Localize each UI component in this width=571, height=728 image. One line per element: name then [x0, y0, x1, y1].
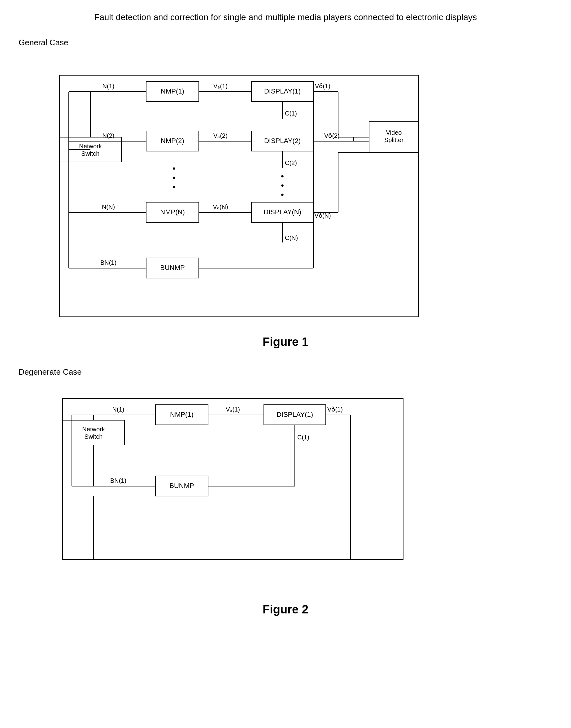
- page-title: Fault detection and correction for singl…: [19, 12, 552, 22]
- svg-text:Splitter: Splitter: [384, 137, 404, 143]
- svg-text:•: •: [173, 173, 176, 183]
- svg-text:N(1): N(1): [103, 83, 115, 90]
- svg-text:Vǒ(2): Vǒ(2): [324, 132, 340, 139]
- svg-text:DISPLAY(N): DISPLAY(N): [263, 208, 301, 216]
- svg-text:•: •: [281, 190, 284, 200]
- svg-text:Vₐ(N): Vₐ(N): [213, 204, 228, 210]
- svg-text:NMP(1): NMP(1): [170, 410, 194, 418]
- svg-text:Switch: Switch: [82, 150, 100, 157]
- svg-text:C(N): C(N): [285, 234, 298, 241]
- svg-text:BN(1): BN(1): [110, 477, 126, 484]
- svg-text:N(1): N(1): [112, 406, 124, 413]
- svg-text:Vₐ(2): Vₐ(2): [213, 132, 228, 139]
- svg-text:N(N): N(N): [102, 204, 115, 210]
- svg-text:C(2): C(2): [285, 159, 297, 166]
- figure2-label: Figure 2: [19, 603, 552, 616]
- svg-text:•: •: [281, 171, 284, 181]
- svg-text:BUNMP: BUNMP: [169, 482, 194, 490]
- svg-text:C(1): C(1): [285, 110, 297, 117]
- svg-text:•: •: [173, 163, 176, 173]
- svg-text:NMP(2): NMP(2): [161, 137, 184, 145]
- svg-text:N(2): N(2): [103, 132, 115, 139]
- figure1-diagram: Network Switch NMP(1) NMP(2) NMP(N) BUNM…: [53, 50, 518, 329]
- svg-text:•: •: [281, 180, 284, 190]
- svg-text:Network: Network: [82, 426, 105, 433]
- svg-text:NMP(N): NMP(N): [160, 208, 185, 216]
- svg-text:BUNMP: BUNMP: [160, 264, 185, 271]
- svg-rect-69: [60, 75, 419, 317]
- svg-line-49: [313, 92, 369, 137]
- svg-text:Switch: Switch: [85, 433, 103, 440]
- svg-text:Vǒ(1): Vǒ(1): [315, 83, 330, 90]
- svg-text:Vǒ(N): Vǒ(N): [314, 212, 331, 219]
- svg-text:Vǒ(1): Vǒ(1): [327, 406, 343, 413]
- figure1-label: Figure 1: [19, 335, 552, 349]
- svg-text:DISPLAY(1): DISPLAY(1): [264, 87, 301, 95]
- svg-text:Vₐ(1): Vₐ(1): [213, 83, 228, 90]
- svg-text:•: •: [173, 182, 176, 192]
- figure2-section-label: Degenerate Case: [19, 367, 552, 377]
- figure2-diagram: Network Switch NMP(1) BUNMP DISPLAY(1): [53, 380, 518, 597]
- svg-text:BN(1): BN(1): [100, 259, 116, 266]
- svg-text:Network: Network: [79, 143, 102, 149]
- svg-text:DISPLAY(1): DISPLAY(1): [276, 410, 313, 418]
- figure1-section-label: General Case: [19, 38, 552, 47]
- svg-text:C(1): C(1): [297, 434, 309, 441]
- svg-text:DISPLAY(2): DISPLAY(2): [264, 137, 301, 145]
- svg-text:Vₐ(1): Vₐ(1): [226, 406, 240, 413]
- svg-text:Video: Video: [386, 129, 402, 136]
- svg-text:NMP(1): NMP(1): [161, 87, 184, 95]
